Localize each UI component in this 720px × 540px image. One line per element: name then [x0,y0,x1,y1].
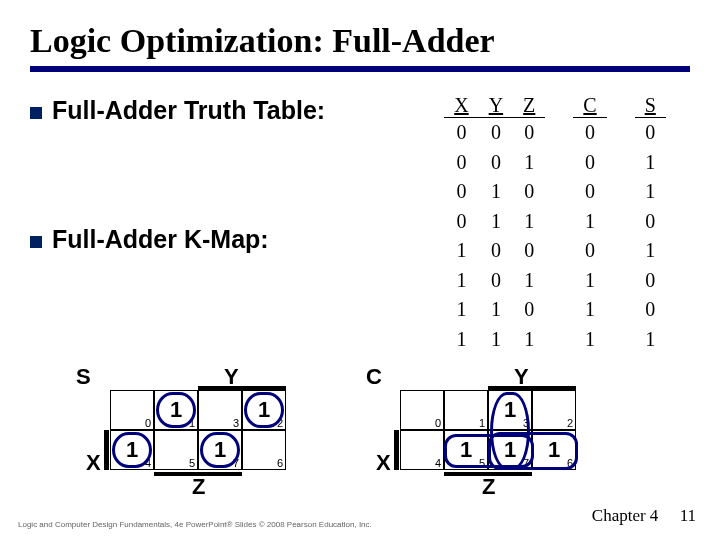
tt-cell [607,236,635,265]
kmap-cell-index: 0 [435,417,441,429]
tt-head-z: Z [513,94,545,118]
tt-cell [545,265,573,294]
tt-cell [607,324,635,354]
tt-cell: 0 [444,118,478,148]
bullet-icon [30,236,42,248]
tt-cell: 0 [444,207,478,236]
tt-cell: 0 [479,118,513,148]
tt-cell: 0 [479,148,513,177]
tt-cell: 1 [573,324,606,354]
kmap-cell-index: 7 [233,457,239,469]
tt-cell [607,207,635,236]
tt-cell: 1 [635,148,666,177]
kmap-cell-index: 5 [479,457,485,469]
tt-cell: 1 [444,265,478,294]
tt-cell: 1 [479,324,513,354]
kmap-c: C Y 011324151716 X Z [360,364,600,524]
table-row: 11010 [444,295,666,324]
kmap-x-bar [104,430,109,470]
tt-head-y: Y [479,94,513,118]
kmap-cell-index: 6 [567,457,573,469]
kmap-row: S Y 011312145176 X Z C Y 011324151716 X … [70,364,690,524]
tt-cell: 1 [513,265,545,294]
tt-cell: 1 [444,295,478,324]
tt-cell [607,295,635,324]
kmap-cell: 17 [488,430,532,470]
kmap-cell: 3 [198,390,242,430]
bullet-text: Full-Adder Truth Table: [52,96,325,125]
tt-cell: 0 [635,118,666,148]
tt-cell: 0 [479,236,513,265]
table-row: 10001 [444,236,666,265]
tt-cell: 1 [635,324,666,354]
title-rule [30,66,690,72]
tt-head-c: C [573,94,606,118]
tt-cell: 1 [635,177,666,206]
tt-cell: 1 [444,324,478,354]
kmap-z-label: Z [482,474,495,500]
footer-page-number: Chapter 4 11 [592,506,696,526]
tt-cell [545,324,573,354]
kmap-cell-index: 2 [567,417,573,429]
tt-cell: 1 [573,207,606,236]
tt-cell [607,118,635,148]
tt-cell: 0 [573,236,606,265]
table-row: 10110 [444,265,666,294]
tt-gap [607,94,635,118]
tt-cell: 1 [444,236,478,265]
tt-head-x: X [444,94,478,118]
kmap-s-grid: 011312145176 [110,390,286,470]
kmap-cell: 4 [400,430,444,470]
footer-chapter: Chapter 4 [592,506,659,525]
tt-cell: 0 [573,118,606,148]
table-row: 11111 [444,324,666,354]
tt-cell: 0 [513,118,545,148]
kmap-cell: 14 [110,430,154,470]
tt-cell [607,265,635,294]
table-row: 01001 [444,177,666,206]
kmap-cell: 16 [532,430,576,470]
kmap-cell: 0 [400,390,444,430]
tt-cell: 0 [635,265,666,294]
kmap-c-label: C [366,364,382,390]
tt-cell [545,118,573,148]
truth-table: X Y Z C S 000000010101001011101000110110… [410,90,690,354]
tt-cell [545,148,573,177]
bullet-list: Full-Adder Truth Table: Full-Adder K-Map… [30,90,390,354]
kmap-c-grid: 011324151716 [400,390,576,470]
tt-cell: 1 [573,295,606,324]
kmap-cell: 1 [444,390,488,430]
kmap-x-label: X [86,450,101,476]
kmap-s-label: S [76,364,91,390]
tt-cell: 0 [573,148,606,177]
tt-cell: 0 [479,265,513,294]
tt-cell [545,177,573,206]
kmap-cell: 0 [110,390,154,430]
tt-cell: 0 [444,148,478,177]
tt-cell: 0 [635,207,666,236]
tt-cell [545,236,573,265]
footer-copyright: Logic and Computer Design Fundamentals, … [18,521,372,530]
slide: Logic Optimization: Full-Adder Full-Adde… [0,0,720,540]
bullet-icon [30,107,42,119]
bullet-text: Full-Adder K-Map: [52,225,269,254]
tt-cell: 0 [513,295,545,324]
kmap-cell: 15 [444,430,488,470]
tt-cell: 1 [479,295,513,324]
table-row: 00101 [444,148,666,177]
kmap-z-label: Z [192,474,205,500]
footer-slide-number: 11 [680,506,696,525]
body: Full-Adder Truth Table: Full-Adder K-Map… [30,90,690,354]
tt-cell: 1 [513,207,545,236]
kmap-x-bar [394,430,399,470]
kmap-cell-index: 4 [145,457,151,469]
table-row: 00000 [444,118,666,148]
tt-gap [545,94,573,118]
kmap-cell-index: 1 [189,417,195,429]
tt-cell [607,177,635,206]
kmap-cell-index: 7 [523,457,529,469]
tt-cell: 0 [635,295,666,324]
bullet-truth-table: Full-Adder Truth Table: [30,96,390,125]
tt-cell: 0 [573,177,606,206]
bullet-kmap: Full-Adder K-Map: [30,225,390,254]
